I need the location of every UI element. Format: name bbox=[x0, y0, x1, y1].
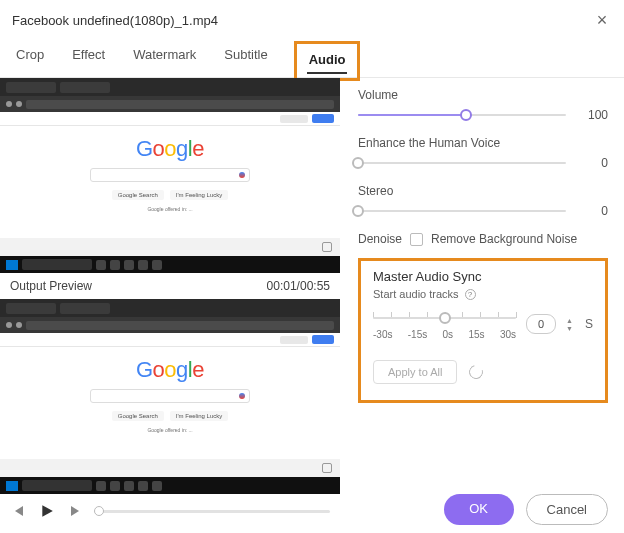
volume-slider[interactable] bbox=[358, 114, 566, 116]
sync-unit: S bbox=[585, 317, 593, 331]
output-preview: Google Google SearchI'm Feeling Lucky Go… bbox=[0, 299, 340, 494]
stereo-slider[interactable] bbox=[358, 210, 566, 212]
playback-time: 00:01/00:55 bbox=[267, 279, 330, 293]
sync-step-up[interactable]: ▲ bbox=[566, 317, 573, 324]
remove-noise-label: Remove Background Noise bbox=[431, 232, 577, 246]
reset-icon[interactable] bbox=[467, 362, 486, 381]
play-button[interactable] bbox=[38, 502, 56, 520]
svg-marker-1 bbox=[42, 505, 53, 517]
prev-button[interactable] bbox=[10, 502, 28, 520]
denoise-label: Denoise bbox=[358, 232, 402, 246]
sync-title: Master Audio Sync bbox=[373, 269, 593, 284]
remove-noise-checkbox[interactable] bbox=[410, 233, 423, 246]
volume-value: 100 bbox=[578, 108, 608, 122]
highlight-box-sync: Master Audio Sync Start audio tracks ? -… bbox=[358, 258, 608, 403]
volume-label: Volume bbox=[358, 88, 608, 102]
stereo-value: 0 bbox=[578, 204, 608, 218]
close-icon[interactable]: × bbox=[592, 10, 612, 31]
sync-step-down[interactable]: ▼ bbox=[566, 325, 573, 332]
apply-to-all-button[interactable]: Apply to All bbox=[373, 360, 457, 384]
highlight-box-tab: Audio bbox=[294, 41, 361, 81]
stereo-label: Stereo bbox=[358, 184, 608, 198]
help-icon[interactable]: ? bbox=[465, 289, 476, 300]
tab-subtitle[interactable]: Subtitle bbox=[222, 41, 269, 77]
tab-watermark[interactable]: Watermark bbox=[131, 41, 198, 77]
cancel-button[interactable]: Cancel bbox=[526, 494, 608, 525]
tab-effect[interactable]: Effect bbox=[70, 41, 107, 77]
output-preview-label: Output Preview bbox=[10, 279, 92, 293]
progress-bar[interactable] bbox=[94, 510, 330, 513]
source-preview: Google Google SearchI'm Feeling Lucky Go… bbox=[0, 78, 340, 273]
enhance-value: 0 bbox=[578, 156, 608, 170]
next-button[interactable] bbox=[66, 502, 84, 520]
tab-crop[interactable]: Crop bbox=[14, 41, 46, 77]
tab-bar: Crop Effect Watermark Subtitle Audio bbox=[0, 35, 624, 78]
sync-value-input[interactable]: 0 bbox=[526, 314, 556, 334]
sync-subtitle: Start audio tracks bbox=[373, 288, 459, 300]
enhance-label: Enhance the Human Voice bbox=[358, 136, 608, 150]
window-title: Facebook undefined(1080p)_1.mp4 bbox=[12, 13, 218, 28]
svg-marker-2 bbox=[71, 506, 79, 516]
google-logo: Google bbox=[136, 136, 204, 162]
svg-marker-0 bbox=[15, 506, 23, 516]
ok-button[interactable]: OK bbox=[444, 494, 514, 525]
tab-audio[interactable]: Audio bbox=[307, 46, 348, 73]
enhance-slider[interactable] bbox=[358, 162, 566, 164]
sync-slider[interactable] bbox=[373, 317, 516, 319]
